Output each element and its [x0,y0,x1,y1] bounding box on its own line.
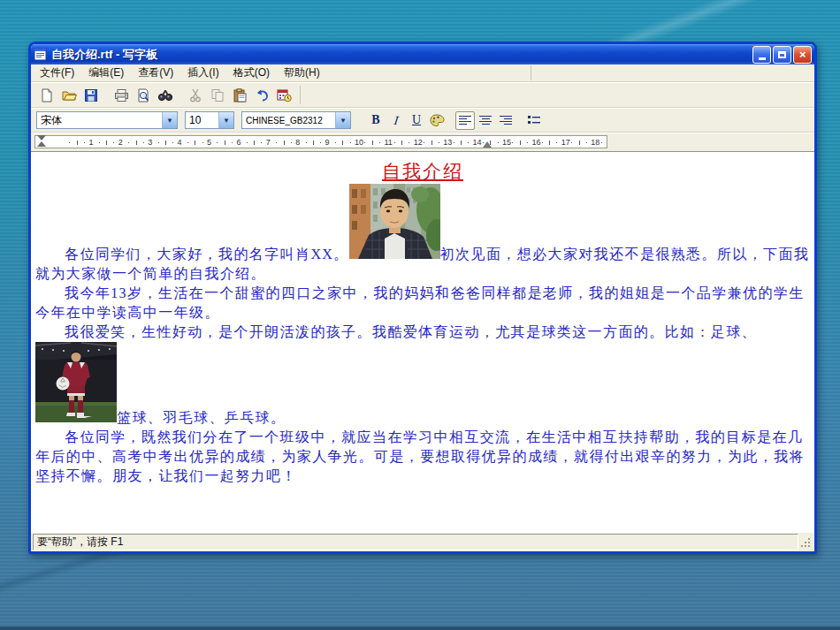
paragraph-hobbies: 我很爱笑，生性好动，是个开朗活泼的孩子。我酷爱体育运动，尤其是球类这一方面的。比… [35,323,810,428]
wordpad-app-icon [34,48,47,61]
close-button[interactable]: × [793,46,812,64]
ruler-number: 18 [591,138,599,147]
resize-grip[interactable] [798,535,813,550]
open-button[interactable] [58,85,80,105]
minimize-button[interactable] [752,46,771,64]
ruler-row: 123456789101112131415161718 [31,133,814,151]
font-size-select[interactable]: 10 ▼ [185,111,234,129]
ruler-scale[interactable]: 123456789101112131415161718 [34,135,607,148]
chevron-down-icon[interactable]: ▼ [218,112,233,128]
font-color-icon [430,114,445,127]
print-preview-icon [136,88,150,102]
undo-button[interactable] [251,85,272,105]
minimize-icon [759,57,766,60]
ruler-number: 14 [473,138,482,147]
ruler-number: 6 [236,138,241,147]
first-line-indent-marker[interactable] [37,135,46,140]
paragraph-family: 我今年13岁，生活在一个甜蜜的四口之家中，我的妈妈和爸爸同样都是老师，我的姐姐是… [35,284,810,323]
menu-format[interactable]: 格式(O) [226,64,277,82]
date-time-icon [277,88,292,102]
paste-icon [233,88,247,102]
ruler-number: 1 [88,138,93,147]
ruler-number: 12 [414,138,423,147]
bullets-button[interactable] [524,111,544,130]
find-button[interactable] [155,85,176,105]
ruler-number: 3 [148,138,152,147]
toolbar-separator [300,86,301,104]
new-document-button[interactable] [36,85,57,105]
print-icon [114,88,129,102]
bullets-icon [527,114,541,126]
chevron-down-icon[interactable]: ▼ [162,112,177,128]
ruler-number: 15 [502,138,511,147]
window-title: 自我介绍.rtf - 写字板 [51,47,751,63]
chevron-down-icon[interactable]: ▼ [335,112,350,128]
font-family-select[interactable]: 宋体 ▼ [36,111,178,129]
boy-portrait-photo[interactable] [349,184,440,259]
save-icon [84,88,98,102]
maximize-button[interactable] [773,46,791,64]
align-left-button[interactable] [455,111,475,130]
align-center-button[interactable] [476,111,495,130]
menu-help[interactable]: 帮助(H) [277,64,327,82]
menu-view[interactable]: 查看(V) [131,64,180,82]
ruler-number: 13 [443,138,452,147]
document-area[interactable]: 自我介绍 各位同学们，大家好，我的名字叫肖XX。 [31,151,814,533]
undo-icon [255,88,270,102]
italic-button[interactable]: I [386,111,408,130]
menu-band-separator [531,65,531,80]
open-icon [62,88,77,102]
wordpad-window: 自我介绍.rtf - 写字板 × 文件(F) 编辑(E) 查看(V) 插入(I)… [28,42,817,554]
status-message: 要“帮助”，请按 F1 [33,534,798,550]
cut-button[interactable] [185,85,206,105]
desktop-background: 自我介绍.rtf - 写字板 × 文件(F) 编辑(E) 查看(V) 插入(I)… [0,0,840,630]
paragraph-intro: 各位同学们，大家好，我的名字叫肖XX。 [35,184,810,284]
menu-edit[interactable]: 编辑(E) [81,64,131,82]
hobbies-text-after-photo: 篮球、羽毛球、乒乓球。 [117,410,286,425]
maximize-icon [778,51,786,58]
format-toolbar: 宋体 ▼ 10 ▼ CHINESE_GB2312 ▼ B I U [31,108,814,133]
underline-button[interactable]: U [407,111,426,130]
intro-text-before-photo: 各位同学们，大家好，我的名字叫肖XX。 [65,247,349,262]
document-content: 自我介绍 各位同学们，大家好，我的名字叫肖XX。 [31,152,814,486]
print-preview-button[interactable] [133,85,154,105]
font-color-button[interactable] [427,111,447,130]
close-icon: × [799,49,806,60]
cut-icon [189,88,202,102]
ruler-number: 8 [295,138,300,147]
ruler-number: 2 [118,138,123,147]
ruler-number: 16 [531,138,540,147]
menu-insert[interactable]: 插入(I) [180,64,225,82]
charset-select[interactable]: CHINESE_GB2312 ▼ [241,111,351,129]
copy-button[interactable] [207,85,228,105]
paste-button[interactable] [229,85,250,105]
status-bar: 要“帮助”，请按 F1 [31,533,814,551]
resize-grip-icon [798,535,813,550]
print-button[interactable] [111,85,132,105]
date-time-button[interactable] [273,85,294,105]
menu-bar: 文件(F) 编辑(E) 查看(V) 插入(I) 格式(O) 帮助(H) [31,65,814,82]
hobbies-text-before-photo: 我很爱笑，生性好动，是个开朗活泼的孩子。我酷爱体育运动，尤其是球类这一方面的。比… [65,324,757,339]
font-family-value: 宋体 [37,113,162,128]
align-right-button[interactable] [496,111,515,130]
save-button[interactable] [80,85,102,105]
document-heading: 自我介绍 [35,160,810,183]
copy-icon [210,88,225,102]
background-bottom-edge [0,626,840,630]
hanging-indent-marker[interactable] [37,141,46,147]
paragraph-goals: 各位同学，既然我们分在了一个班级中，就应当在学习中相互交流，在生活中相互扶持帮助… [35,428,810,486]
menu-file[interactable]: 文件(F) [33,64,81,82]
title-bar[interactable]: 自我介绍.rtf - 写字板 × [31,44,814,65]
soccer-player-photo[interactable] [35,342,117,422]
find-icon [157,88,173,102]
ruler-number: 9 [325,138,330,147]
charset-value: CHINESE_GB2312 [242,116,335,125]
align-right-icon [500,114,512,126]
standard-toolbar [31,82,814,108]
ruler-number: 5 [207,138,211,147]
bold-button[interactable]: B [366,111,386,130]
ruler-number: 4 [178,138,182,147]
align-left-icon [459,114,471,126]
ruler-number: 11 [384,138,392,147]
font-size-value: 10 [186,114,218,126]
